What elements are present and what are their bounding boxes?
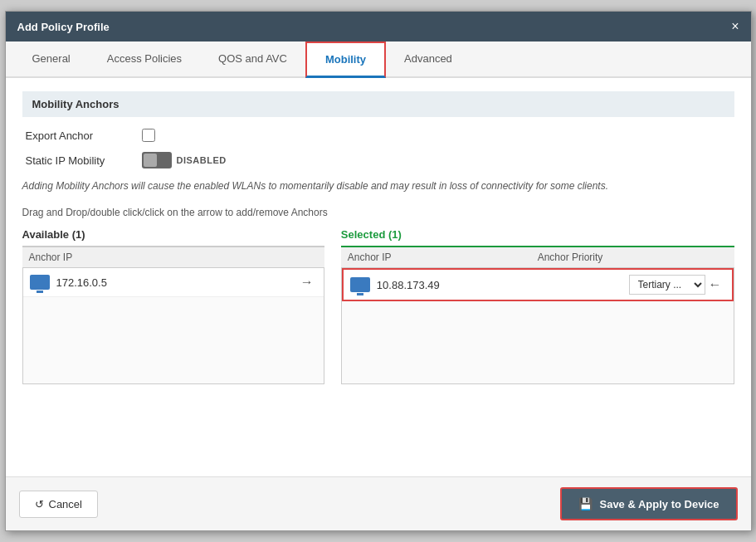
tab-bar: General Access Policies QOS and AVC Mobi… xyxy=(6,42,751,78)
cancel-icon: ↺ xyxy=(35,498,44,510)
available-table-body: 172.16.0.5 → xyxy=(22,268,324,384)
anchor-columns: Available (1) Anchor IP 172.16.0.5 → Sel… xyxy=(22,228,734,384)
available-sub-header: Anchor IP xyxy=(22,247,324,268)
move-right-button[interactable]: → xyxy=(297,273,317,291)
section-title: Mobility Anchors xyxy=(22,91,734,117)
add-policy-dialog: Add Policy Profile × General Access Poli… xyxy=(5,11,752,531)
selected-column: Selected (1) Anchor IP Anchor Priority 1… xyxy=(341,228,734,384)
static-ip-row: Static IP Mobility DISABLED xyxy=(22,152,734,168)
dialog-title: Add Policy Profile xyxy=(17,21,110,33)
drag-hint: Drag and Drop/double click/click on the … xyxy=(22,207,734,218)
dialog-titlebar: Add Policy Profile × xyxy=(6,12,751,42)
selected-table-body: 10.88.173.49 Primary Secondary Tertiary … xyxy=(341,268,734,384)
tab-access-policies[interactable]: Access Policies xyxy=(89,42,200,78)
tab-qos-avc[interactable]: QOS and AVC xyxy=(200,42,305,78)
export-anchor-row: Export Anchor xyxy=(22,129,734,142)
priority-dropdown[interactable]: Primary Secondary Tertiary ... xyxy=(629,275,705,295)
available-column: Available (1) Anchor IP 172.16.0.5 → xyxy=(22,228,324,384)
save-apply-button[interactable]: 💾 Save & Apply to Device xyxy=(560,487,737,520)
selected-ip: 10.88.173.49 xyxy=(377,279,629,291)
toggle-label: DISABLED xyxy=(177,155,227,165)
save-icon: 💾 xyxy=(578,497,593,510)
tab-general[interactable]: General xyxy=(14,42,89,78)
device-icon xyxy=(30,275,50,290)
available-anchor-ip-col: Anchor IP xyxy=(29,251,318,263)
available-header: Available (1) xyxy=(22,228,324,247)
tab-advanced[interactable]: Advanced xyxy=(386,42,471,78)
selected-sub-header: Anchor IP Anchor Priority xyxy=(341,247,734,268)
footer: ↺ Cancel 💾 Save & Apply to Device xyxy=(6,476,751,530)
close-button[interactable]: × xyxy=(731,20,739,33)
static-ip-toggle[interactable] xyxy=(142,152,172,168)
save-label: Save & Apply to Device xyxy=(599,498,719,510)
export-anchor-label: Export Anchor xyxy=(26,129,142,142)
cancel-label: Cancel xyxy=(49,498,82,510)
selected-device-icon xyxy=(350,277,370,292)
static-ip-label: Static IP Mobility xyxy=(26,154,142,167)
selected-header: Selected (1) xyxy=(341,228,734,247)
notice-text: Adding Mobility Anchors will cause the e… xyxy=(22,178,734,193)
export-anchor-checkbox[interactable] xyxy=(142,129,155,142)
available-ip: 172.16.0.5 xyxy=(56,276,297,289)
selected-anchor-ip-col: Anchor IP xyxy=(348,251,538,263)
selected-anchor-priority-col: Anchor Priority xyxy=(538,251,728,263)
tab-mobility[interactable]: Mobility xyxy=(305,42,386,78)
content-area: Mobility Anchors Export Anchor Static IP… xyxy=(6,78,751,476)
table-row: 172.16.0.5 → xyxy=(23,268,324,297)
cancel-button[interactable]: ↺ Cancel xyxy=(19,491,98,518)
selected-table-row: 10.88.173.49 Primary Secondary Tertiary … xyxy=(342,268,734,301)
move-left-button[interactable]: ← xyxy=(705,276,725,294)
toggle-container: DISABLED xyxy=(142,152,227,168)
